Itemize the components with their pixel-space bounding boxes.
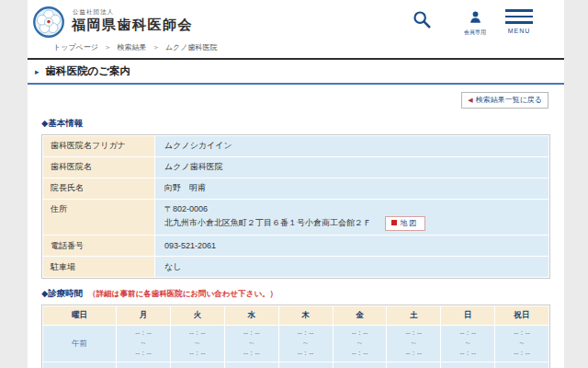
- basic-info-heading: ◆基本情報: [41, 118, 550, 130]
- column-header: 月: [117, 306, 171, 326]
- schedule-table: 曜日 月 火 水 木 金 土 日 祝日 午前 --：--～--：--: [41, 305, 550, 368]
- search-icon: [412, 9, 432, 29]
- row-value: ムクノ歯科医院: [155, 156, 549, 178]
- time-cell: --：--～--：--: [224, 362, 278, 368]
- time-cell: --：--～--：--: [333, 326, 387, 362]
- time-cell: --：--～--：--: [495, 326, 549, 362]
- org-type-label: 公益社団法人: [73, 8, 114, 17]
- menu-label: MENU: [503, 28, 535, 34]
- row-label: 歯科医院名: [43, 156, 155, 178]
- breadcrumb: トップページ ＞ 検索結果 ＞ ムクノ歯科医院: [28, 40, 564, 56]
- breadcrumb-separator: ＞: [104, 43, 111, 52]
- row-value: なし: [155, 257, 549, 278]
- back-arrow-icon: ◀: [468, 97, 472, 103]
- table-row: 電話番号 093-521-2061: [43, 236, 549, 257]
- map-icon: [391, 220, 397, 225]
- table-row: 歯科医院名 ムクノ歯科医院: [43, 156, 549, 178]
- schedule-heading: ◆診療時間（詳細は事前に各歯科医院にお問い合わせ下さい。）: [41, 288, 550, 300]
- row-label: 住所: [43, 199, 155, 236]
- breadcrumb-home[interactable]: トップページ: [53, 43, 98, 52]
- row-label: 午後: [43, 362, 117, 368]
- time-cell: --：--～--：--: [278, 362, 333, 368]
- column-header: 祝日: [495, 306, 549, 326]
- hamburger-icon: [505, 9, 533, 24]
- row-value: 向野 明甫: [155, 178, 549, 199]
- column-header: 金: [333, 306, 387, 326]
- table-row: 歯科医院名フリガナ ムクノシカイイン: [43, 135, 549, 156]
- time-cell: --：--～--：--: [170, 326, 224, 362]
- row-value: 〒802-0006 北九州市小倉北区魚町２丁目６番１号小倉商工会館２Ｆ 地図: [155, 199, 549, 236]
- arrow-right-icon: ▸: [35, 67, 40, 76]
- breadcrumb-current: ムクノ歯科医院: [165, 43, 218, 52]
- row-label: 院長氏名: [43, 178, 155, 199]
- map-button-label: 地図: [401, 219, 419, 227]
- row-label: 駐車場: [43, 257, 155, 278]
- content-column: 公益社団法人 福岡県歯科医師会 会員専用 MENU トップページ ＞ 検索結果: [28, 0, 564, 368]
- time-cell: --：--～--：--: [170, 362, 224, 368]
- breadcrumb-search-results[interactable]: 検索結果: [117, 43, 146, 52]
- menu-button[interactable]: MENU: [503, 9, 535, 34]
- map-button[interactable]: 地図: [385, 216, 425, 231]
- back-to-results-label: 検索結果一覧に戻る: [476, 96, 542, 104]
- time-cell: --：--～--：--: [441, 326, 495, 362]
- site-header: 公益社団法人 福岡県歯科医師会 会員専用 MENU: [28, 0, 564, 40]
- person-icon: [469, 10, 482, 24]
- schedule-row-morning: 午前 --：--～--：-- --：--～--：-- --：--～--：-- -…: [43, 326, 549, 362]
- table-row: 院長氏名 向野 明甫: [43, 178, 549, 199]
- time-cell: --：--～--：--: [117, 326, 171, 362]
- column-header: 木: [278, 306, 333, 326]
- time-cell: --：--～--：--: [387, 362, 441, 368]
- postal-code: 〒802-0006: [164, 203, 539, 216]
- column-header: 火: [170, 306, 224, 326]
- address-line: 北九州市小倉北区魚町２丁目６番１号小倉商工会館２Ｆ 地図: [164, 216, 539, 231]
- page-title-bar: ▸歯科医院のご案内: [28, 58, 564, 85]
- time-cell: --：--～--：--: [224, 326, 278, 362]
- breadcrumb-separator: ＞: [153, 43, 160, 52]
- back-to-results-button[interactable]: ◀検索結果一覧に戻る: [461, 92, 548, 109]
- time-cell: --：--～--：--: [441, 362, 495, 368]
- time-cell: --：--～--：--: [117, 362, 171, 368]
- row-value: 093-521-2061: [155, 236, 549, 257]
- column-header: 土: [387, 306, 441, 326]
- back-link-row: ◀検索結果一覧に戻る: [41, 89, 548, 109]
- row-label: 歯科医院名フリガナ: [43, 135, 155, 156]
- column-header: 曜日: [43, 306, 117, 326]
- time-cell: --：--～--：--: [387, 326, 441, 362]
- site-title: 福岡県歯科医師会: [72, 17, 193, 34]
- column-header: 日: [441, 306, 495, 326]
- row-label: 午前: [43, 326, 117, 362]
- schedule-row-afternoon: 午後 --：--～--：-- --：--～--：-- --：--～--：-- -…: [43, 362, 549, 368]
- table-row: 駐車場 なし: [43, 257, 549, 278]
- member-area-button[interactable]: 会員専用: [456, 10, 494, 37]
- column-header: 水: [224, 306, 278, 326]
- schedule-note: （詳細は事前に各歯科医院にお問い合わせ下さい。）: [88, 289, 277, 298]
- time-cell: --：--～--：--: [333, 362, 387, 368]
- time-cell: --：--～--：--: [278, 326, 333, 362]
- association-logo: [32, 6, 65, 39]
- page-title: 歯科医院のご案内: [46, 65, 131, 76]
- table-row-address: 住所 〒802-0006 北九州市小倉北区魚町２丁目６番１号小倉商工会館２Ｆ 地…: [43, 199, 549, 236]
- member-area-label: 会員専用: [456, 29, 494, 37]
- schedule-header-row: 曜日 月 火 水 木 金 土 日 祝日: [43, 306, 549, 326]
- basic-info-table: 歯科医院名フリガナ ムクノシカイイン 歯科医院名 ムクノ歯科医院 院長氏名 向野…: [41, 134, 550, 280]
- time-cell: --：--～--：--: [495, 362, 549, 368]
- row-label: 電話番号: [43, 236, 155, 257]
- row-value: ムクノシカイイン: [155, 135, 549, 156]
- search-button[interactable]: [412, 9, 432, 33]
